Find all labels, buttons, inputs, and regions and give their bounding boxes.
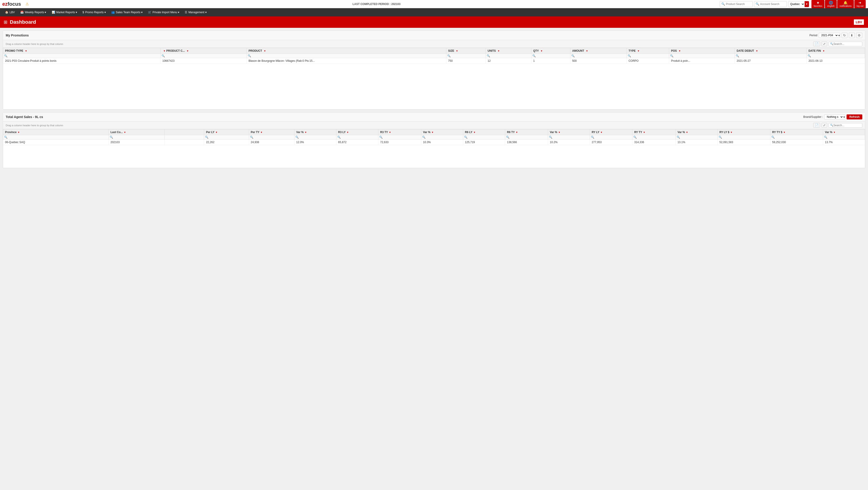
sf-perty: 🔍 bbox=[250, 136, 253, 139]
table-row: 06-Quebec SAQ 202103 22,262 24,938 12.0%… bbox=[3, 139, 865, 145]
menu-icon: ☰ bbox=[185, 11, 187, 14]
filter-rylydollar[interactable]: ▼ bbox=[730, 131, 733, 134]
cart-icon: 🛒 bbox=[148, 11, 151, 14]
sales-drag-bar: Drag a column header here to group by th… bbox=[3, 122, 865, 129]
my-promotions-title: My Promotions bbox=[6, 33, 809, 37]
filter-icon-prodc2[interactable]: ▼ bbox=[187, 50, 189, 52]
logout-label: log out bbox=[857, 5, 863, 7]
nav-private-import[interactable]: 🛒 Private Import Menu ▾ bbox=[145, 8, 182, 17]
nav-management[interactable]: ☰ Management ▾ bbox=[182, 8, 209, 17]
settings-promotions-button[interactable]: ⚙ bbox=[856, 33, 862, 38]
promotions-search-box[interactable]: 🔍 bbox=[829, 42, 862, 46]
brand-select-wrap[interactable]: Nothing s ▾ bbox=[824, 115, 845, 120]
empty-row bbox=[3, 64, 865, 109]
language-button[interactable]: 🌐 english bbox=[825, 0, 837, 8]
promotions-search-input[interactable] bbox=[833, 42, 861, 45]
favorites-label: favorites bbox=[814, 5, 823, 7]
province-dropdown[interactable]: Quebec bbox=[788, 1, 805, 7]
filter-icon-amount[interactable]: ▼ bbox=[586, 50, 588, 52]
calendar-icon: 📅 bbox=[20, 11, 24, 14]
account-search-input[interactable] bbox=[760, 2, 785, 6]
th-amount: AMOUNT ▼ bbox=[570, 48, 626, 54]
th-var3: Var %▼ bbox=[548, 129, 590, 135]
account-search-box[interactable]: 🔍 bbox=[754, 1, 787, 7]
th-product: PRODUCT ▼ bbox=[247, 48, 446, 54]
filter-icon-type[interactable]: ▼ bbox=[638, 50, 640, 52]
filter-r3ly[interactable]: ▼ bbox=[347, 131, 349, 134]
sf-var2: 🔍 bbox=[422, 136, 426, 139]
filter-icon-pos[interactable]: ▼ bbox=[679, 50, 681, 52]
product-search-box[interactable]: 🔍 bbox=[720, 1, 753, 7]
filter-r6ty[interactable]: ▼ bbox=[516, 131, 518, 134]
filter-icon-fin[interactable]: ▼ bbox=[823, 50, 825, 52]
sf-lastco: 🔍 bbox=[110, 136, 113, 139]
cell-promo-type: 2021-P03 Circulaire-Produit à points bon… bbox=[3, 58, 160, 64]
warning-icon: ⚠ bbox=[26, 2, 29, 6]
sales-search-box[interactable]: 🔍 bbox=[829, 123, 862, 128]
filter-icon-prod[interactable]: ▼ bbox=[264, 50, 266, 52]
refresh-promotions-button[interactable]: ↻ bbox=[841, 33, 847, 38]
nav-weekly-reports[interactable]: 📅 Weekly Reports ▾ bbox=[18, 8, 49, 17]
lbv-logo: LBV bbox=[854, 19, 864, 25]
my-promotions-controls: Period 2021-P04 ▾ ↻ ⬇ ⚙ bbox=[809, 33, 862, 38]
drag-bar-right: 📄 ⤢ 🔍 bbox=[813, 41, 862, 46]
th-var2: Var %▼ bbox=[421, 129, 463, 135]
filter-var1[interactable]: ▼ bbox=[305, 131, 307, 134]
sales-search-input[interactable] bbox=[833, 124, 861, 127]
account-search-icon: 🔍 bbox=[755, 2, 759, 6]
th-var5: Var %▼ bbox=[823, 129, 865, 135]
logout-button[interactable]: ➜ log out bbox=[854, 0, 866, 8]
filter-rytydollar[interactable]: ▼ bbox=[783, 131, 785, 134]
favorites-button[interactable]: ★ favorites bbox=[811, 0, 825, 8]
filter-r6ly[interactable]: ▼ bbox=[473, 131, 476, 134]
period-dropdown[interactable]: 2021-P04 bbox=[819, 33, 838, 38]
total-agent-sales-panel: Total Agent Sales - 9L cs Brand/Supplier… bbox=[3, 112, 865, 168]
province-select-wrap[interactable]: Quebec ▾ bbox=[788, 1, 809, 7]
export-excel-button[interactable]: 📄 bbox=[813, 41, 820, 46]
filter-icon-units[interactable]: ▼ bbox=[497, 50, 500, 52]
expand-button[interactable]: ⤢ bbox=[822, 41, 827, 46]
filter-ryly[interactable]: ▼ bbox=[600, 131, 602, 134]
sf-var1: 🔍 bbox=[295, 136, 299, 139]
nav-promo-label: Promo Reports ▾ bbox=[85, 11, 106, 14]
filter-var2[interactable]: ▼ bbox=[431, 131, 434, 134]
download-promotions-button[interactable]: ⬇ bbox=[849, 33, 855, 38]
sales-expand-button[interactable]: ⤢ bbox=[822, 123, 827, 128]
filter-var5[interactable]: ▼ bbox=[833, 131, 836, 134]
globe-icon: 🌐 bbox=[829, 1, 833, 5]
filter-prov[interactable]: ▼ bbox=[18, 131, 20, 134]
filter-r3ty[interactable]: ▼ bbox=[389, 131, 391, 134]
filter-icon-qty[interactable]: ▼ bbox=[540, 50, 543, 52]
filter-var4[interactable]: ▼ bbox=[686, 131, 688, 134]
filter-icon-promo[interactable]: ▼ bbox=[25, 50, 27, 52]
brand-dropdown[interactable]: Nothing s bbox=[825, 115, 843, 119]
period-select-wrap[interactable]: 2021-P04 ▾ bbox=[819, 33, 840, 38]
filter-lastco[interactable]: ▼ bbox=[124, 131, 126, 134]
sf-perly: 🔍 bbox=[205, 136, 209, 139]
nav-promo-reports[interactable]: $ Promo Reports ▾ bbox=[80, 8, 108, 17]
filter-icon-prodc[interactable]: ▼ bbox=[163, 50, 165, 52]
nav-sales-team[interactable]: 👥 Sales Team Reports ▾ bbox=[108, 8, 145, 17]
province-arrow[interactable]: ▾ bbox=[805, 1, 809, 7]
sales-search-icon: 🔍 bbox=[830, 124, 833, 127]
th-units: UNITS ▼ bbox=[486, 48, 531, 54]
logo: ezfocus bbox=[2, 1, 21, 7]
notifications-button[interactable]: 🔔 notifications bbox=[837, 0, 854, 8]
filter-icon-size[interactable]: ▼ bbox=[456, 50, 458, 52]
filter-perty[interactable]: ▼ bbox=[260, 131, 263, 134]
filter-var3[interactable]: ▼ bbox=[558, 131, 560, 134]
nav-lbv[interactable]: 🏠 LBV bbox=[2, 8, 18, 17]
cell-size: 750 bbox=[446, 58, 486, 64]
th-size: SIZE ▼ bbox=[446, 48, 486, 54]
nav-market-reports[interactable]: 📊 Market Reports ▾ bbox=[49, 8, 80, 17]
th-promo-type: PROMO TYPE ▼ bbox=[3, 48, 160, 54]
product-search-input[interactable] bbox=[726, 2, 751, 6]
sales-export-button[interactable]: 📄 bbox=[813, 123, 820, 128]
refresh-sales-button[interactable]: Refresh bbox=[846, 115, 862, 120]
filter-search-promo: 🔍 bbox=[4, 54, 7, 58]
filter-ryty[interactable]: ▼ bbox=[643, 131, 645, 134]
filter-icon-debut[interactable]: ▼ bbox=[756, 50, 758, 52]
filter-perly[interactable]: ▼ bbox=[215, 131, 218, 134]
cell-pos: Produit à poin... bbox=[669, 58, 735, 64]
my-promotions-header: My Promotions Period 2021-P04 ▾ ↻ ⬇ ⚙ bbox=[3, 31, 865, 40]
